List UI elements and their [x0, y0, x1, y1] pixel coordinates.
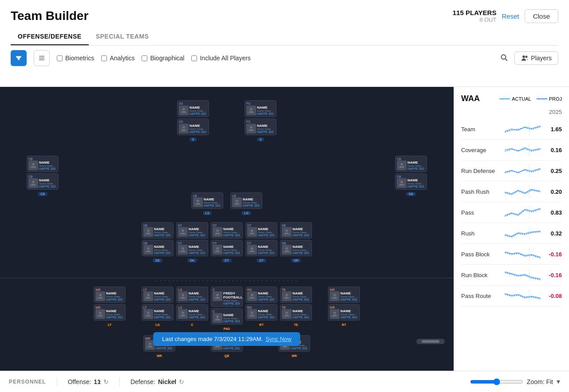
waa-row-pass-rush: Pash Rush 0.20 — [461, 181, 562, 202]
player-card[interactable]: RG NAMESome State...HAPPE 300 — [245, 286, 277, 303]
close-button[interactable]: Close — [525, 9, 558, 23]
player-card[interactable]: DT NAMESome State...HAPPE 300 — [211, 222, 243, 239]
player-card[interactable]: WR NAMESome State...HAPPE 300 — [328, 304, 360, 321]
player-card[interactable]: LB NAMESome State...HAPPE 300 — [191, 192, 223, 209]
waa-row-pass: Pass 0.83 — [461, 202, 562, 223]
offense-select: Offense: 11 ▾ ↻ — [68, 378, 109, 385]
filter-button[interactable] — [11, 50, 27, 66]
bottom-bar: PERSONNEL Offense: 11 ▾ ↻ Defense: Nicke… — [0, 371, 569, 392]
list-button[interactable] — [34, 50, 50, 66]
defense-select-wrapper[interactable]: Nickel ▾ — [158, 378, 176, 385]
waa-sparkline-pass — [505, 206, 541, 219]
dl-row: DE NAMESome State...HAPPE 300 DE NAMESom… — [0, 222, 454, 263]
waa-row-pass-route: Pass Route -0.08 — [461, 286, 562, 306]
zoom-slider[interactable] — [470, 378, 523, 385]
player-card[interactable]: LT NAMESome State...HAPPE 300 — [142, 304, 174, 321]
defense-refresh-icon[interactable]: ↻ — [179, 378, 184, 385]
player-card[interactable]: TE NAMESome State...HAPPE 300 — [280, 304, 312, 321]
player-card[interactable]: SS NAME Some State Univ... HAPPE 300 — [177, 100, 209, 117]
player-card[interactable]: C FREDYFOOTBALLSome State...HAPPE 300 — [211, 286, 243, 307]
divider-defense — [119, 377, 120, 386]
sync-link[interactable]: Sync Now — [265, 336, 292, 342]
dt-1: DT NAMESome State...HAPPE 300 DT NAMESom… — [176, 222, 208, 263]
player-count: 115 PLAYERS 8 OUT — [453, 9, 497, 23]
players-button[interactable]: Players — [514, 51, 558, 65]
player-card[interactable]: CB NAMESome State...HAPPE 300 — [27, 173, 59, 190]
player-card[interactable]: DT NAMESome State...HAPPE 300 — [176, 222, 208, 239]
svg-rect-1 — [17, 58, 20, 59]
player-card[interactable]: CB NAMESome State...HAPPE 300 — [395, 156, 427, 172]
waa-sparkline-run-defense — [505, 164, 541, 177]
player-card[interactable]: DT NAMESome State...HAPPE 300 — [211, 240, 243, 256]
player-card[interactable]: DE NAMESome State...HAPPE 300 — [280, 222, 312, 239]
defense-value: Nickel — [158, 378, 176, 385]
biometrics-checkbox[interactable]: Biometrics — [57, 55, 94, 62]
waa-label-pass-block: Pass Block — [461, 251, 501, 258]
waa-year: 2025 — [461, 109, 562, 115]
player-card[interactable]: FS NAME Some State Univ... HAPPE 300 — [245, 100, 277, 117]
biographical-label: Biographical — [150, 55, 184, 62]
player-card[interactable]: LT NAMESome State...HAPPE 300 — [142, 286, 174, 303]
biographical-input[interactable] — [142, 55, 147, 61]
svg-rect-0 — [16, 56, 21, 57]
player-card[interactable]: WR NAMESome State...HAPPE 300 — [328, 286, 360, 303]
players-out-label: 8 OUT — [453, 16, 497, 23]
legend-actual: ACTUAL — [499, 96, 531, 102]
main-tabs: OFFENSE/DEFENSE SPECIAL TEAMS — [11, 28, 558, 46]
player-card[interactable]: WR NAMESome State...HAPPE 300 — [94, 304, 126, 321]
svg-point-8 — [522, 55, 525, 58]
analytics-input[interactable] — [101, 55, 107, 61]
waa-sparkline-team — [505, 122, 541, 136]
svg-rect-4 — [39, 58, 44, 59]
cb-left-stack: CB NAMESome State...HAPPE 300 CB NAMESom… — [27, 156, 59, 196]
waa-row-coverage: Coverage 0.16 — [461, 140, 562, 161]
waa-label-pass-rush: Pash Rush — [461, 188, 501, 195]
player-card[interactable]: LG NAMESome State...HAPPE 300 — [176, 304, 208, 321]
biometrics-input[interactable] — [57, 55, 63, 61]
player-card[interactable]: DT NAMESome State...HAPPE 300 — [245, 222, 277, 239]
toolbar: Biometrics Analytics Biographical Includ… — [11, 46, 558, 71]
defense-label: Defense: — [130, 378, 155, 385]
player-card[interactable]: SS NAME Some State Univ... HAPPE 300 — [177, 118, 209, 135]
player-card[interactable]: LB NAMESome State...HAPPE 300 — [230, 192, 262, 209]
player-card[interactable]: DE NAMESome State...HAPPE 300 — [280, 240, 312, 256]
tab-special-teams[interactable]: SPECIAL TEAMS — [89, 28, 156, 45]
svg-rect-3 — [39, 56, 44, 57]
player-card[interactable]: TE NAMESome State...HAPPE 300 — [280, 286, 312, 303]
include-players-input[interactable] — [191, 55, 197, 61]
analytics-checkbox[interactable]: Analytics — [101, 55, 134, 62]
tab-offense-defense[interactable]: OFFENSE/DEFENSE — [11, 28, 89, 45]
player-card[interactable]: RG NAMESome State...HAPPE 300 — [245, 304, 277, 321]
search-button[interactable] — [498, 51, 511, 66]
player-card[interactable]: LG NAMESome State...HAPPE 300 — [176, 286, 208, 303]
waa-value-rush: 0.32 — [544, 230, 562, 237]
waa-value-pass: 0.83 — [544, 209, 562, 216]
lb-left: LB NAMESome State...HAPPE 300 LS — [191, 192, 223, 215]
offense-refresh-icon[interactable]: ↻ — [103, 378, 109, 385]
player-card[interactable]: DT NAMESome State...HAPPE 300 — [245, 240, 277, 256]
dt-2: DT NAMESome State...HAPPE 300 DT NAMESom… — [211, 222, 243, 263]
waa-legend: ACTUAL PROJ — [499, 96, 562, 102]
player-card[interactable]: DE NAMESome State...HAPPE 300 — [142, 222, 174, 239]
biographical-checkbox[interactable]: Biographical — [142, 55, 184, 62]
safeties-row: SS NAME Some State Univ... HAPPE 300 — [0, 100, 454, 141]
divider-personnel — [57, 377, 57, 386]
waa-label-rush: Rush — [461, 230, 501, 237]
player-card[interactable]: CB NAMESome State...HAPPE 300 — [395, 173, 427, 190]
player-card[interactable]: FS NAME Some State Univ... HAPPE 300 — [245, 118, 277, 135]
player-card[interactable]: DT NAMESome State...HAPPE 300 — [176, 240, 208, 256]
zoom-chevron-down-icon[interactable]: ▾ — [557, 377, 560, 386]
offense-select-wrapper[interactable]: 11 ▾ — [94, 378, 101, 385]
player-card[interactable]: CB NAMESome State...HAPPE 300 — [27, 156, 59, 172]
ss-stack: SS NAME Some State Univ... HAPPE 300 — [177, 100, 209, 141]
player-card[interactable]: WR NAMESome State...HAPPE 300 — [94, 286, 126, 303]
reset-button[interactable]: Reset — [502, 12, 519, 20]
player-card[interactable]: C NAMESome State...HAPPE 300 — [211, 308, 243, 325]
player-card[interactable]: DE NAMESome State...HAPPE 300 — [142, 240, 174, 256]
cb-right-stack: CB NAMESome State...HAPPE 300 CB NAMESom… — [395, 156, 427, 196]
biometrics-label: Biometrics — [65, 55, 94, 62]
zoom-label: Zoom: Fit — [527, 378, 553, 385]
include-players-checkbox[interactable]: Include All Players — [191, 55, 250, 62]
dt-3: DT NAMESome State...HAPPE 300 DT NAMESom… — [245, 222, 277, 263]
waa-title: WAA — [461, 94, 480, 103]
